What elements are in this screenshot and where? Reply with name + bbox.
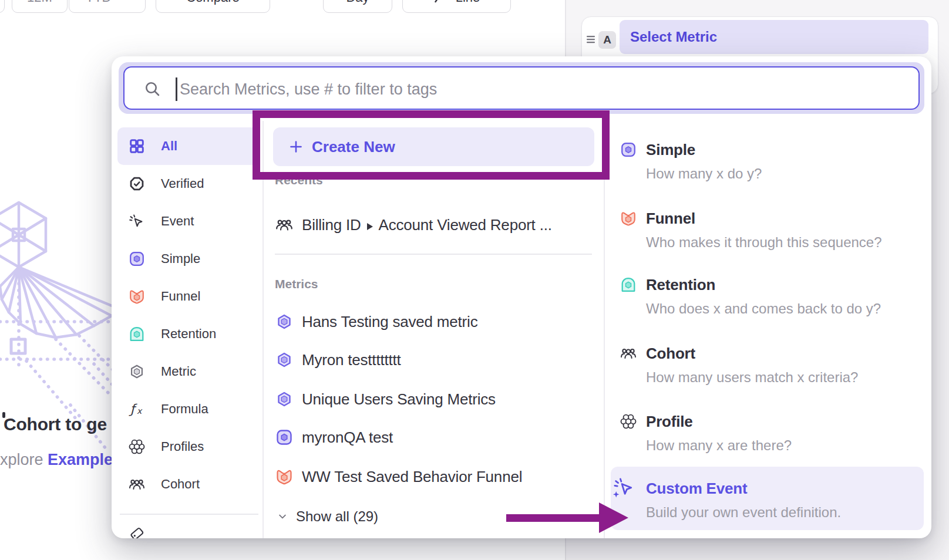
grid-icon <box>128 137 146 155</box>
interval-day-button[interactable]: Day <box>323 0 392 13</box>
breadcrumb-caret-icon <box>367 223 373 230</box>
sidebar-item-label: Profiles <box>161 439 204 454</box>
metric-item-label: Unique Users Saving Metrics <box>302 390 496 409</box>
select-metric-button[interactable]: Select Metric <box>620 20 928 54</box>
recents-divider <box>275 254 592 255</box>
sidebar-bottom-divider <box>120 514 258 515</box>
column-divider <box>604 121 605 538</box>
wireframe-illustration <box>0 188 117 493</box>
metric-type-title[interactable]: Retention <box>646 276 715 294</box>
annotation-arrow-head <box>599 502 628 533</box>
metric-item[interactable]: myronQA test <box>275 419 592 456</box>
metric-icon <box>128 363 146 380</box>
simple-icon <box>275 428 294 447</box>
range-12m-button[interactable]: 12M <box>12 0 68 13</box>
sidebar-item-retention[interactable]: Retention <box>117 315 258 353</box>
tag-icon <box>128 525 146 538</box>
sidebar-item-label: Funnel <box>161 289 200 304</box>
toolbar-button-partial[interactable] <box>0 0 5 13</box>
retention-icon <box>620 276 637 294</box>
button-label: 12M <box>27 0 52 5</box>
metric-type-title[interactable]: Profile <box>646 413 693 431</box>
chart-type-line-button[interactable]: Line <box>402 0 511 13</box>
show-all-label: Show all (29) <box>296 508 378 525</box>
metrics-heading: Metrics <box>275 277 318 291</box>
simple-icon <box>128 250 146 268</box>
search-focus-ring: Search Metrics, use # to filter to tags <box>119 62 924 114</box>
button-label: Line <box>456 0 480 5</box>
custom-event-icon <box>611 475 635 500</box>
annotation-arrow <box>506 514 599 522</box>
metric-type-description: Who does x and comes back to do y? <box>646 301 881 317</box>
text-caret <box>176 77 177 101</box>
sidebar-divider <box>263 121 264 538</box>
sidebar-item-verified[interactable]: Verified <box>117 165 258 203</box>
profiles-icon <box>620 413 637 430</box>
cohort-icon <box>620 345 637 362</box>
search-icon <box>143 80 162 99</box>
event-icon <box>128 212 146 230</box>
funnel-icon <box>620 210 637 227</box>
line-chart-icon <box>433 0 450 6</box>
subtext-fragment: xplore <box>0 451 43 468</box>
search-input[interactable]: Search Metrics, use # to filter to tags <box>123 66 920 110</box>
funnel-icon <box>275 467 294 486</box>
metric-item-label: Hans Testing saved metric <box>302 313 477 331</box>
sidebar-item-label: Event <box>161 214 194 229</box>
show-all-button[interactable]: Show all (29) <box>276 498 511 535</box>
range-ytd-button[interactable]: YTD <box>69 0 146 13</box>
verified-icon <box>128 175 146 193</box>
cohort-icon <box>275 215 294 234</box>
metric-type-description: How many x do y? <box>646 166 762 182</box>
profiles-icon <box>128 438 146 456</box>
recent-item-suffix: Account Viewed Report ... <box>379 216 552 234</box>
metric-type-description: Who makes it through this sequence? <box>646 234 882 251</box>
metric-type-title[interactable]: Funnel <box>646 210 695 228</box>
metric-item[interactable]: Myron testttttttt <box>275 341 592 379</box>
sidebar-item-label: Retention <box>161 326 216 342</box>
sidebar-item-label: Verified <box>161 176 204 191</box>
simple-icon <box>620 141 637 158</box>
metric-item-label: WW Test Saved Behavior Funnel <box>302 468 522 486</box>
sidebar-item-cohort[interactable]: Cohort <box>117 465 258 503</box>
sidebar-item-formula[interactable]: ƒx Formula <box>117 390 258 428</box>
sidebar-item-label: Cohort <box>161 477 200 492</box>
metric-type-title[interactable]: Cohort <box>646 345 695 363</box>
metric-item[interactable]: WW Test Saved Behavior Funnel <box>275 458 592 495</box>
sidebar-item-funnel[interactable]: Funnel <box>117 278 258 315</box>
svg-text:x: x <box>137 406 143 416</box>
sidebar-item-metric[interactable]: Metric <box>117 353 258 390</box>
chevron-down-icon <box>117 0 129 4</box>
button-label: YTD <box>86 0 112 5</box>
empty-state-subtext: xplore Example R <box>0 451 129 469</box>
sidebar-item-label: Simple <box>161 251 200 266</box>
metric-type-description: How many x are there? <box>646 437 792 454</box>
compare-button[interactable]: Compare <box>156 0 270 13</box>
metric-item[interactable]: Unique Users Saving Metrics <box>275 380 592 418</box>
drag-handle-icon[interactable] <box>586 35 595 44</box>
metric-type-title[interactable]: Custom Event <box>646 480 747 498</box>
empty-state-headline: Cohort to ge <box>4 414 107 434</box>
funnel-icon <box>128 288 146 305</box>
sidebar-item-label: Metric <box>161 364 196 379</box>
metric-type-description: Build your own event definition. <box>646 504 841 521</box>
sidebar-item-profiles[interactable]: Profiles <box>117 428 258 465</box>
recent-item-billing[interactable]: Billing IDAccount Viewed Report ... <box>275 206 592 244</box>
select-metric-label: Select Metric <box>630 29 717 45</box>
metric-hex-icon <box>275 390 294 409</box>
metric-item-label: myronQA test <box>302 429 393 447</box>
sidebar-item-label: All <box>161 139 177 154</box>
search-placeholder: Search Metrics, use # to filter to tags <box>180 68 437 111</box>
metric-item[interactable]: Hans Testing saved metric <box>275 303 592 340</box>
example-link-label: Example <box>48 451 113 468</box>
metric-item-label: Myron testttttttt <box>302 351 401 369</box>
sidebar-item-all[interactable]: All <box>117 127 258 165</box>
series-badge: A <box>598 31 616 49</box>
recent-item-prefix: Billing ID <box>302 216 361 234</box>
sidebar-item-event[interactable]: Event <box>117 203 258 240</box>
chevron-down-icon <box>276 510 289 523</box>
sidebar-item-simple[interactable]: Simple <box>117 240 258 278</box>
button-label: Compare <box>186 0 239 5</box>
metric-type-title[interactable]: Simple <box>646 141 695 159</box>
retention-icon <box>128 325 146 343</box>
